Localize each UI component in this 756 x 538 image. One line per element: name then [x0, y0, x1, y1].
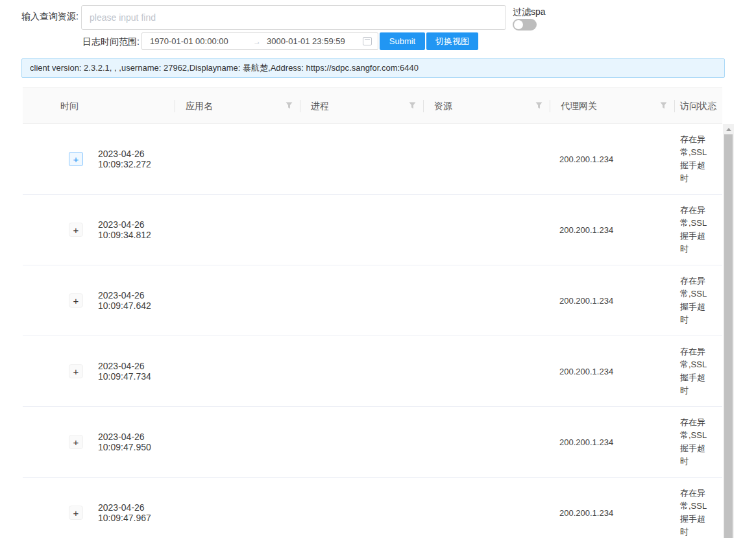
- table-row[interactable]: +2023-04-26 10:09:34.812 200.200.1.234 存…: [23, 195, 722, 265]
- column-header-label: 资源: [434, 99, 452, 112]
- app-cell: [175, 478, 300, 538]
- range-arrow-icon: →: [247, 37, 267, 46]
- status-cell: 存在异常,SSL握手超时: [680, 204, 711, 256]
- scroll-up-button[interactable]: [723, 124, 734, 134]
- app-cell: [175, 124, 300, 194]
- filter-icon[interactable]: [660, 102, 667, 109]
- column-header-label: 应用名: [186, 99, 213, 112]
- time-cell: 2023-04-26 10:09:47.734: [98, 361, 175, 382]
- app-cell: [175, 336, 300, 406]
- process-cell: [300, 195, 424, 265]
- scroll-up-icon: [726, 128, 731, 131]
- query-resource-label: 输入查询资源:: [21, 11, 79, 23]
- filter-icon[interactable]: [707, 102, 714, 109]
- filter-spa-label: 过滤spa: [513, 6, 546, 18]
- gateway-cell: 200.200.1.234: [550, 124, 675, 194]
- gateway-cell: 200.200.1.234: [550, 195, 675, 265]
- column-header-process[interactable]: 进程: [300, 88, 424, 123]
- table-row[interactable]: +2023-04-26 10:09:47.950 200.200.1.234 存…: [23, 407, 722, 478]
- status-cell: 存在异常,SSL握手超时: [680, 487, 711, 538]
- time-cell: 2023-04-26 10:09:47.967: [98, 502, 175, 523]
- time-cell: 2023-04-26 10:09:34.812: [98, 219, 175, 240]
- scrollbar-thumb[interactable]: [724, 134, 733, 538]
- status-cell: 存在异常,SSL握手超时: [680, 345, 711, 397]
- process-cell: [300, 478, 424, 538]
- calendar-icon[interactable]: [363, 37, 372, 45]
- gateway-cell: 200.200.1.234: [550, 407, 675, 477]
- gateway-cell: 200.200.1.234: [550, 336, 675, 406]
- client-info-bar: client version: 2.3.2.1, , ,username: 27…: [21, 58, 725, 78]
- expand-row-icon[interactable]: +: [69, 293, 83, 308]
- filter-icon[interactable]: [409, 102, 416, 109]
- column-header-label: 代理网关: [561, 99, 597, 112]
- process-cell: [300, 265, 424, 336]
- column-header-resource[interactable]: 资源: [424, 88, 550, 123]
- table-row[interactable]: +2023-04-26 10:09:47.734 200.200.1.234 存…: [23, 336, 722, 407]
- gateway-cell: 200.200.1.234: [550, 265, 675, 336]
- resource-cell: [424, 478, 550, 538]
- table-row[interactable]: +2023-04-26 10:09:47.967 200.200.1.234 存…: [23, 478, 722, 538]
- expand-row-icon[interactable]: +: [69, 435, 83, 449]
- time-cell: 2023-04-26 10:09:47.950: [98, 432, 175, 452]
- toggle-knob-icon: [514, 20, 523, 29]
- log-time-range-label: 日志时间范围:: [82, 36, 140, 48]
- table-row[interactable]: +2023-04-26 10:09:32.272 200.200.1.234 存…: [23, 124, 722, 195]
- submit-button[interactable]: Submit: [380, 32, 425, 50]
- switch-view-button[interactable]: 切换视图: [426, 32, 478, 50]
- column-header-label: 进程: [311, 99, 329, 112]
- resource-cell: [424, 407, 550, 477]
- app-cell: [175, 265, 300, 336]
- process-cell: [300, 407, 424, 477]
- log-table: 时间 应用名 进程 资源 代理网关 访问状态 +2023-04-26: [23, 87, 722, 538]
- status-cell: 存在异常,SSL握手超时: [680, 133, 711, 185]
- resource-cell: [424, 336, 550, 406]
- column-header-app[interactable]: 应用名: [175, 88, 300, 123]
- search-input[interactable]: [81, 5, 506, 30]
- expand-row-icon[interactable]: +: [69, 364, 83, 378]
- column-header-label: 时间: [60, 99, 79, 112]
- resource-cell: [424, 265, 550, 336]
- expand-row-icon[interactable]: +: [69, 152, 83, 166]
- column-header-time[interactable]: 时间: [23, 88, 175, 123]
- process-cell: [300, 124, 424, 194]
- app-cell: [175, 195, 300, 265]
- resource-cell: [424, 195, 550, 265]
- filter-icon[interactable]: [535, 102, 543, 109]
- time-cell: 2023-04-26 10:09:32.272: [98, 149, 175, 169]
- table-header-row: 时间 应用名 进程 资源 代理网关 访问状态: [23, 87, 722, 124]
- column-header-gateway[interactable]: 代理网关: [550, 88, 675, 123]
- start-date-input[interactable]: 1970-01-01 00:00:00: [150, 36, 247, 46]
- filter-spa-toggle[interactable]: [513, 19, 537, 31]
- resource-cell: [424, 124, 550, 194]
- vertical-scrollbar[interactable]: [723, 124, 734, 538]
- date-range-picker[interactable]: 1970-01-01 00:00:00 → 3000-01-01 23:59:5…: [141, 32, 378, 50]
- app-cell: [175, 407, 300, 477]
- expand-row-icon[interactable]: +: [69, 223, 83, 237]
- time-cell: 2023-04-26 10:09:47.642: [98, 290, 175, 311]
- status-cell: 存在异常,SSL握手超时: [680, 416, 711, 468]
- status-cell: 存在异常,SSL握手超时: [680, 275, 711, 326]
- filter-icon[interactable]: [286, 102, 293, 109]
- expand-row-icon[interactable]: +: [69, 506, 83, 520]
- table-row[interactable]: +2023-04-26 10:09:47.642 200.200.1.234 存…: [23, 265, 722, 336]
- process-cell: [300, 336, 424, 406]
- column-header-status[interactable]: 访问状态: [675, 88, 722, 123]
- end-date-input[interactable]: 3000-01-01 23:59:59: [267, 36, 358, 46]
- gateway-cell: 200.200.1.234: [550, 478, 675, 538]
